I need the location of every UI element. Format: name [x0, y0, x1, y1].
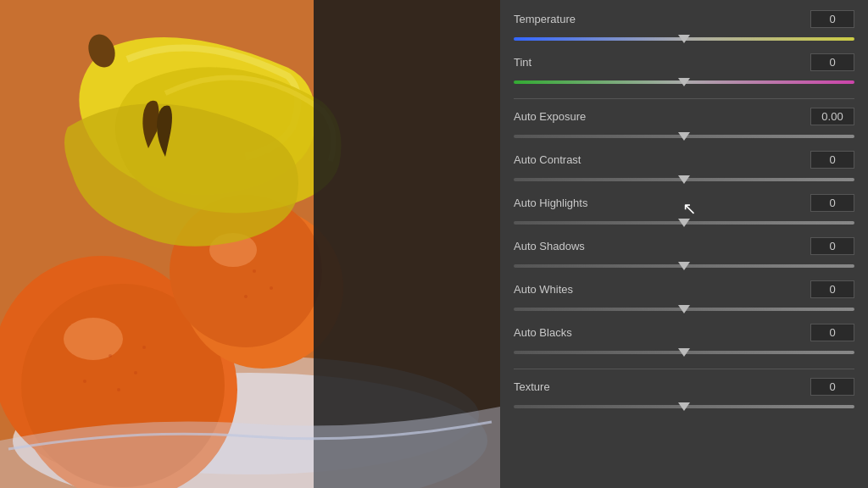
- tint-label: Tint: [514, 56, 531, 69]
- auto-blacks-slider-container[interactable]: [514, 345, 854, 360]
- auto-exposure-slider-container[interactable]: [514, 129, 854, 144]
- auto-exposure-thumb[interactable]: [678, 132, 690, 141]
- auto-highlights-control: Auto Highlights 0 ↖: [514, 194, 854, 230]
- tint-slider-container[interactable]: [514, 75, 854, 90]
- texture-label: Texture: [514, 380, 550, 393]
- svg-point-15: [253, 269, 256, 273]
- auto-contrast-value[interactable]: 0: [810, 151, 854, 169]
- svg-point-7: [108, 354, 112, 358]
- auto-whites-slider-container[interactable]: [514, 302, 854, 317]
- auto-exposure-value[interactable]: 0.00: [810, 108, 854, 125]
- texture-value[interactable]: 0: [810, 378, 854, 396]
- auto-blacks-label: Auto Blacks: [514, 326, 572, 339]
- divider-1: [514, 98, 854, 99]
- auto-contrast-thumb[interactable]: [678, 175, 690, 184]
- svg-point-11: [83, 380, 86, 383]
- fruit-image: [0, 0, 500, 488]
- tint-thumb[interactable]: [678, 78, 690, 86]
- svg-point-17: [244, 295, 248, 298]
- auto-shadows-slider-container[interactable]: [514, 258, 854, 274]
- auto-shadows-label: Auto Shadows: [514, 240, 585, 252]
- svg-point-6: [64, 318, 123, 360]
- svg-point-16: [270, 286, 273, 290]
- texture-control: Texture 0: [514, 378, 854, 414]
- auto-whites-thumb[interactable]: [678, 305, 690, 313]
- texture-thumb[interactable]: [678, 402, 690, 411]
- controls-panel: Temperature 0 Tint 0 Auto Exposure 0.00: [500, 0, 868, 488]
- auto-contrast-control: Auto Contrast 0: [514, 151, 854, 187]
- auto-blacks-control: Auto Blacks 0: [514, 324, 854, 360]
- divider-2: [514, 369, 854, 369]
- auto-highlights-value[interactable]: 0: [810, 194, 854, 212]
- tint-value[interactable]: 0: [810, 53, 854, 71]
- auto-contrast-label: Auto Contrast: [514, 153, 581, 166]
- image-panel: [0, 0, 500, 488]
- svg-point-8: [134, 371, 137, 374]
- auto-blacks-value[interactable]: 0: [810, 324, 854, 341]
- svg-point-10: [142, 346, 146, 349]
- tint-control: Tint 0: [514, 53, 854, 90]
- auto-exposure-label: Auto Exposure: [514, 110, 586, 123]
- temperature-thumb[interactable]: [678, 35, 690, 43]
- temperature-control: Temperature 0: [514, 10, 854, 47]
- auto-highlights-slider-container[interactable]: ↖: [514, 215, 854, 230]
- temperature-slider-container[interactable]: [514, 31, 854, 47]
- svg-point-9: [117, 388, 120, 391]
- auto-blacks-thumb[interactable]: [678, 348, 690, 357]
- texture-slider-container[interactable]: [514, 399, 854, 414]
- auto-whites-label: Auto Whites: [514, 283, 573, 296]
- auto-shadows-value[interactable]: 0: [810, 237, 854, 255]
- auto-highlights-thumb[interactable]: [678, 219, 690, 227]
- auto-contrast-slider-container[interactable]: [514, 172, 854, 187]
- auto-exposure-control: Auto Exposure 0.00: [514, 108, 854, 144]
- auto-shadows-control: Auto Shadows 0: [514, 237, 854, 274]
- temperature-value[interactable]: 0: [810, 10, 854, 28]
- temperature-label: Temperature: [514, 13, 576, 25]
- auto-shadows-thumb[interactable]: [678, 262, 690, 270]
- auto-highlights-label: Auto Highlights: [514, 197, 587, 209]
- auto-whites-value[interactable]: 0: [810, 280, 854, 298]
- auto-whites-control: Auto Whites 0: [514, 280, 854, 317]
